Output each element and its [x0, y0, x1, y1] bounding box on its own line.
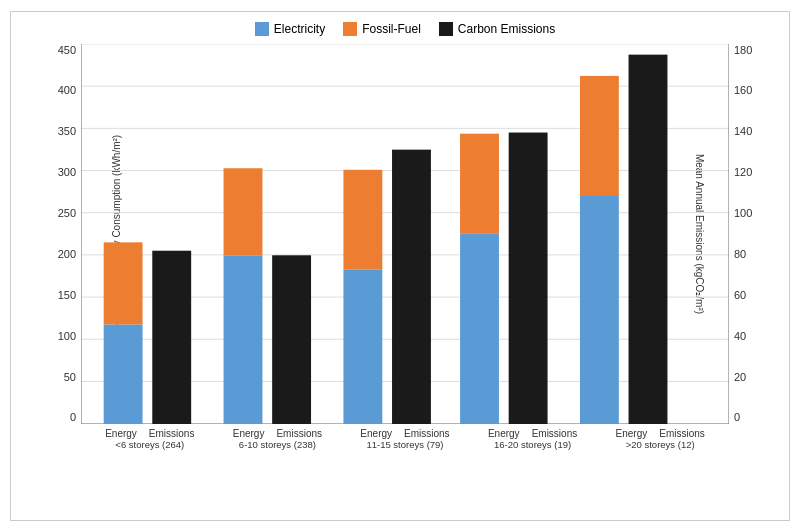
legend-electricity: Electricity [255, 22, 325, 36]
carbon-color-box [439, 22, 453, 36]
x-g2-group-label: 6-10 storeys (238) [239, 439, 316, 450]
chart-container: Electricity Fossil-Fuel Carbon Emissions… [10, 11, 790, 521]
chart-legend: Electricity Fossil-Fuel Carbon Emissions [81, 22, 729, 36]
g4-emissions-bar [509, 132, 548, 423]
x-g5-energy-label: Energy [616, 428, 648, 439]
legend-carbon: Carbon Emissions [439, 22, 555, 36]
x-axis-labels: Energy Emissions <6 storeys (264) Energy… [81, 428, 729, 450]
x-g1-group-label: <6 storeys (264) [115, 439, 184, 450]
g5-fossil-bar [580, 75, 619, 195]
x-g2-emissions-label: Emissions [276, 428, 322, 439]
x-g1-emissions-label: Emissions [149, 428, 195, 439]
g1-fossil-bar [104, 242, 143, 324]
x-group-4: Energy Emissions 16-20 storeys (19) [469, 428, 597, 450]
y-axis-left: 450 400 350 300 250 200 150 100 50 0 [21, 44, 76, 424]
legend-electricity-label: Electricity [274, 22, 325, 36]
legend-carbon-label: Carbon Emissions [458, 22, 555, 36]
y-axis-right: 180 160 140 120 100 80 60 40 20 0 [734, 44, 789, 424]
x-g2-energy-label: Energy [233, 428, 265, 439]
x-g5-emissions-label: Emissions [659, 428, 705, 439]
x-group-2: Energy Emissions 6-10 storeys (238) [214, 428, 342, 450]
x-g4-group-label: 16-20 storeys (19) [494, 439, 571, 450]
x-g4-emissions-label: Emissions [532, 428, 578, 439]
g1-emissions-bar [152, 250, 191, 423]
electricity-color-box [255, 22, 269, 36]
fossil-color-box [343, 22, 357, 36]
chart-svg [81, 44, 729, 424]
x-group-3: Energy Emissions 11-15 storeys (79) [341, 428, 469, 450]
g5-emissions-bar [629, 54, 668, 423]
x-g3-energy-label: Energy [360, 428, 392, 439]
x-group-5: Energy Emissions >20 storeys (12) [596, 428, 724, 450]
legend-fossil: Fossil-Fuel [343, 22, 421, 36]
g4-fossil-bar [460, 133, 499, 233]
g3-electricity-bar [343, 269, 382, 424]
g4-electricity-bar [460, 233, 499, 424]
x-g5-group-label: >20 storeys (12) [626, 439, 695, 450]
g2-emissions-bar [272, 255, 311, 424]
x-group-1: Energy Emissions <6 storeys (264) [86, 428, 214, 450]
x-g1-energy-label: Energy [105, 428, 137, 439]
legend-fossil-label: Fossil-Fuel [362, 22, 421, 36]
g2-electricity-bar [224, 255, 263, 424]
g2-fossil-bar [224, 168, 263, 255]
g5-electricity-bar [580, 196, 619, 424]
g3-emissions-bar [392, 149, 431, 423]
g3-fossil-bar [343, 169, 382, 269]
x-g4-energy-label: Energy [488, 428, 520, 439]
x-g3-group-label: 11-15 storeys (79) [366, 439, 443, 450]
chart-area: Mean Annual Energy Consumption (kWh/m²) … [81, 44, 729, 424]
g1-electricity-bar [104, 324, 143, 424]
x-g3-emissions-label: Emissions [404, 428, 450, 439]
